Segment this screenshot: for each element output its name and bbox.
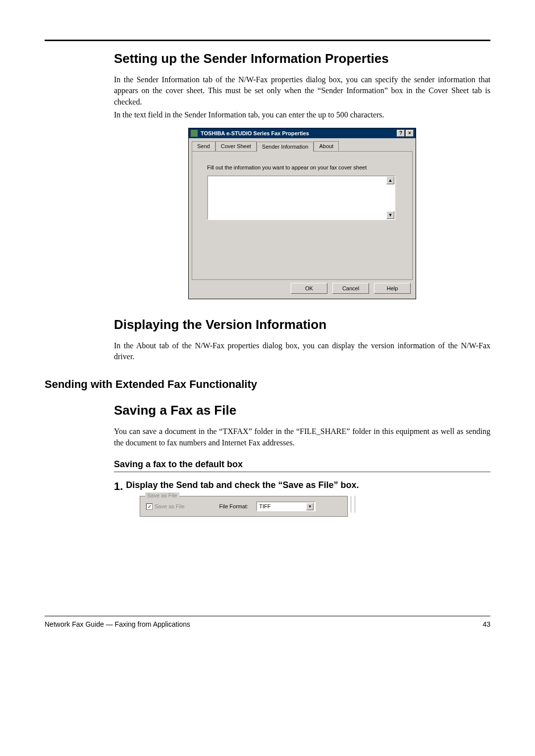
help-button[interactable]: ? <box>397 130 405 137</box>
ok-button[interactable]: OK <box>291 283 327 294</box>
save-as-file-label: Save as File <box>155 503 185 509</box>
footer-left: Network Fax Guide — Faxing from Applicat… <box>45 620 190 628</box>
tab-panel: Fill out the information you want to app… <box>192 151 413 280</box>
para-version: In the About tab of the N/W-Fax properti… <box>114 340 490 363</box>
help-btn[interactable]: Help <box>374 283 411 294</box>
save-as-file-group: Save as File ✓ Save as File File Format:… <box>140 496 348 517</box>
tab-cover-sheet[interactable]: Cover Sheet <box>215 141 257 151</box>
step-text: Display the Send tab and check the “Save… <box>126 480 359 493</box>
scroll-up-button[interactable]: ▲ <box>386 176 394 184</box>
group-title: Save as File <box>145 492 179 498</box>
chevron-down-icon[interactable]: ▼ <box>306 503 314 510</box>
para-sender-2: In the text field in the Sender Informat… <box>114 109 490 120</box>
select-value: TIFF <box>259 503 270 509</box>
top-rule <box>45 40 490 41</box>
file-format-select[interactable]: TIFF ▼ <box>256 501 316 511</box>
titlebar: TOSHIBA e-STUDIO Series Fax Properties ?… <box>189 128 416 138</box>
fax-app-icon <box>191 130 198 137</box>
cropped-edge-decor <box>351 496 359 517</box>
tab-about[interactable]: About <box>314 141 339 151</box>
save-as-file-fragment-wrap: Save as File ✓ Save as File File Format:… <box>140 496 490 517</box>
save-as-file-checkbox[interactable]: ✓ <box>146 503 153 510</box>
para-sender-1: In the Sender Information tab of the N/W… <box>114 74 490 108</box>
step-number: 1. <box>114 480 123 493</box>
dialog-title: TOSHIBA e-STUDIO Series Fax Properties <box>201 130 396 136</box>
page-number: 43 <box>482 620 490 628</box>
page-footer: Network Fax Guide — Faxing from Applicat… <box>45 616 490 628</box>
para-saving: You can save a document in the “TXFAX” f… <box>114 426 490 448</box>
file-format-label: File Format: <box>219 503 249 509</box>
heading-sender-info: Setting up the Sender Information Proper… <box>114 51 490 66</box>
tab-sender-information[interactable]: Sender Information <box>257 142 314 152</box>
tabs: Send Cover Sheet Sender Information Abou… <box>189 138 416 151</box>
instruction-label: Fill out the information you want to app… <box>207 164 401 170</box>
scroll-down-button[interactable]: ▼ <box>386 211 394 219</box>
tab-send[interactable]: Send <box>192 141 215 151</box>
subheading-default-box: Saving a fax to the default box <box>114 459 490 472</box>
close-button[interactable]: × <box>406 130 414 137</box>
cancel-button[interactable]: Cancel <box>332 283 369 294</box>
sender-info-textarea[interactable]: ▲ ▼ <box>207 175 395 220</box>
dialog-buttons: OK Cancel Help <box>189 283 416 299</box>
heading-version-info: Displaying the Version Information <box>114 317 490 332</box>
heading-extended-fax: Sending with Extended Fax Functionality <box>45 378 490 391</box>
heading-saving-fax-file: Saving a Fax as File <box>114 403 490 418</box>
fax-properties-dialog: TOSHIBA e-STUDIO Series Fax Properties ?… <box>188 128 416 299</box>
step-1: 1. Display the Send tab and check the “S… <box>114 480 490 493</box>
